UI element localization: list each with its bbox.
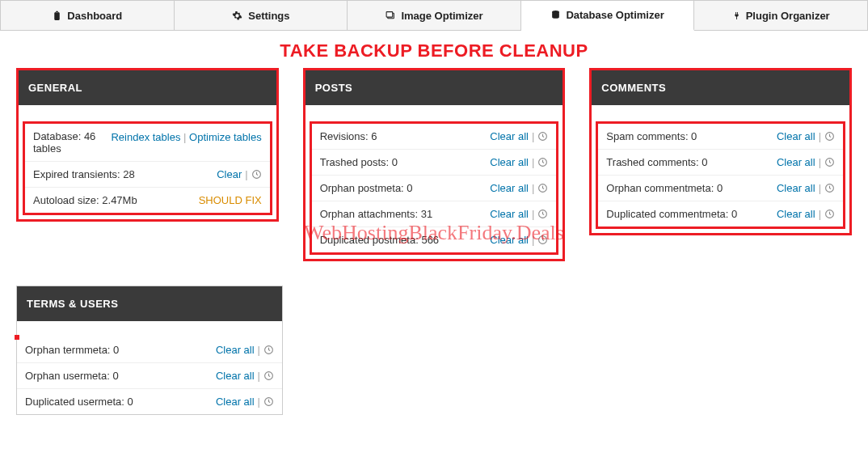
red-marker [15,335,19,340]
label: Duplicated postmeta: [320,234,419,246]
list-row: Spam comments: 0Clear all | [598,124,843,150]
panel-title: POSTS [305,70,563,105]
panel-title: COMMENTS [592,70,849,105]
list-row: Orphan postmeta: 0Clear all | [312,176,557,201]
clear-all-link[interactable]: Clear all [777,208,815,220]
separator: | [532,234,534,246]
clock-icon[interactable] [824,131,835,142]
value: 31 [418,208,432,220]
tab-image-optimizer[interactable]: Image Optimizer [348,1,521,30]
separator: | [258,344,260,356]
panel-posts: POSTS Revisions: 6Clear all | Trashed po… [303,68,566,261]
clear-all-link[interactable]: Clear all [216,370,255,382]
list-row: Revisions: 6Clear all | [312,124,557,150]
tab-settings[interactable]: Settings [175,1,348,30]
panel-comments: COMMENTS Spam comments: 0Clear all | Tra… [589,68,852,235]
clock-icon[interactable] [537,235,548,245]
clock-icon[interactable] [824,157,835,167]
clear-all-link[interactable]: Clear all [777,182,815,194]
list-row: Orphan usermeta: 0Clear all | [17,363,282,389]
label: Orphan commentmeta: [606,182,714,194]
separator: | [819,156,821,168]
value: 0 [111,344,120,356]
label: Database: [33,130,81,142]
tab-label: Settings [248,10,289,22]
plug-icon [732,11,741,21]
label: Spam comments: [606,130,688,142]
value: 0 [389,156,398,168]
separator: | [183,131,186,143]
separator: | [245,168,247,180]
tab-bar: Dashboard Settings Image Optimizer Datab… [0,0,868,31]
label: Orphan attachments: [320,208,418,220]
clock-icon[interactable] [537,157,548,167]
clock-icon[interactable] [263,370,274,381]
clock-icon[interactable] [537,183,548,193]
clock-icon[interactable] [824,209,835,219]
label: Orphan usermeta: [25,370,110,382]
separator: | [532,182,534,194]
panel-terms-users: TERMS & USERS Orphan termmeta: 0Clear al… [16,286,283,415]
list-row: Trashed posts: 0Clear all | [312,150,557,176]
clear-all-link[interactable]: Clear all [490,234,529,246]
value: 6 [369,130,377,142]
reindex-link[interactable]: Reindex tables [111,131,180,143]
value: 0 [699,156,708,168]
separator: | [258,370,260,382]
row-database: Database: 46 tables Reindex tables | Opt… [25,124,270,162]
clock-icon[interactable] [824,183,835,193]
value: 566 [419,234,439,246]
tab-label: Plugin Organizer [746,10,830,22]
separator: | [532,156,534,168]
separator: | [819,182,821,194]
list-row: Duplicated commentmeta: 0Clear all | [598,201,843,226]
separator: | [819,208,821,220]
gears-icon [231,11,243,21]
label: Expired transients: [33,168,120,180]
clock-icon[interactable] [537,209,548,219]
clear-all-link[interactable]: Clear all [777,130,815,142]
label: Autoload size: [33,194,99,206]
tab-label: Database Optimizer [566,9,664,21]
separator: | [532,208,534,220]
optimize-link[interactable]: Optimize tables [189,131,262,143]
panel-general: GENERAL Database: 46 tables Reindex tabl… [16,68,279,222]
tab-label: Dashboard [67,10,122,22]
tab-plugin-organizer[interactable]: Plugin Organizer [694,1,867,30]
clock-icon[interactable] [537,131,548,142]
clear-all-link[interactable]: Clear all [490,182,529,194]
clear-all-link[interactable]: Clear all [490,156,529,168]
value: 0 [110,370,119,382]
images-icon [385,11,396,21]
clear-all-link[interactable]: Clear all [216,396,255,408]
value: 28 [123,168,134,180]
label: Duplicated commentmeta: [606,208,728,220]
clear-all-link[interactable]: Clear all [490,208,529,220]
value: 0 [404,182,413,194]
label: Duplicated usermeta: [25,396,124,408]
label: Orphan postmeta: [320,182,404,194]
tab-database-optimizer[interactable]: Database Optimizer [521,1,695,31]
clock-icon[interactable] [263,396,274,407]
clipboard-icon [52,11,62,21]
row-autoload: Autoload size: 2.47Mb SHOULD FIX [25,188,270,213]
list-row: Orphan termmeta: 0Clear all | [17,337,282,363]
label: Trashed comments: [606,156,698,168]
tab-dashboard[interactable]: Dashboard [1,1,175,30]
list-row: Orphan attachments: 31Clear all | [312,201,557,227]
label: Revisions: [320,130,369,142]
clear-all-link[interactable]: Clear all [490,130,529,142]
clock-icon[interactable] [263,345,274,355]
value: 0 [689,130,697,142]
clock-icon[interactable] [251,169,262,180]
should-fix-label: SHOULD FIX [199,194,262,206]
value: 0 [728,208,737,220]
value: 0 [124,396,133,408]
label: Trashed posts: [320,156,390,168]
list-row: Duplicated usermeta: 0Clear all | [17,389,282,414]
clear-link[interactable]: Clear [217,168,242,180]
list-row: Orphan commentmeta: 0Clear all | [598,176,843,201]
clear-all-link[interactable]: Clear all [777,156,815,168]
clear-all-link[interactable]: Clear all [216,344,255,356]
value: 2.47Mb [102,194,137,206]
